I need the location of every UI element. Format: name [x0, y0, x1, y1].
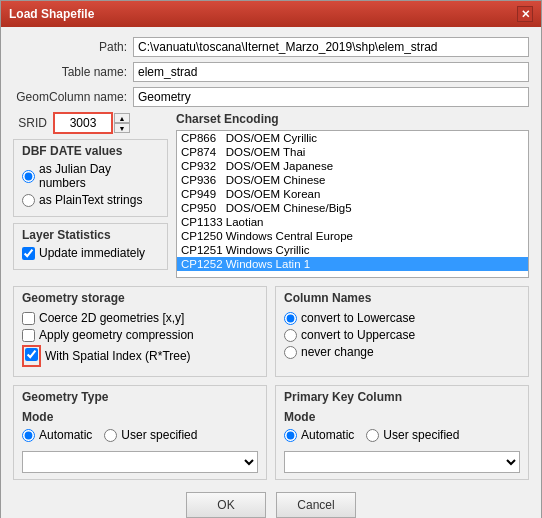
spatial-index-row[interactable]: With Spatial Index (R*Tree): [22, 345, 258, 367]
dbf-plaintext-radio[interactable]: [22, 194, 35, 207]
path-input[interactable]: [133, 37, 529, 57]
dbf-option2-label: as PlainText strings: [39, 193, 142, 207]
dbf-option1-label: as Julian Day numbers: [39, 162, 159, 190]
charset-item-cp950[interactable]: CP950 DOS/OEM Chinese/Big5: [177, 201, 528, 215]
coerce-checkbox[interactable]: [22, 312, 35, 325]
srid-spinner: ▲ ▼: [114, 113, 130, 133]
geomtype-auto-radio[interactable]: [22, 429, 35, 442]
geometry-type-group: Geometry Type Mode Automatic User specif…: [13, 385, 267, 480]
srid-up-button[interactable]: ▲: [114, 113, 130, 123]
srid-box: ▲ ▼: [53, 112, 130, 134]
table-name-row: Table name:: [13, 62, 529, 82]
pk-auto-radio[interactable]: [284, 429, 297, 442]
column-names-title: Column Names: [284, 291, 520, 305]
mode-section: Geometry Type Mode Automatic User specif…: [13, 385, 529, 480]
col-lowercase-radio[interactable]: [284, 312, 297, 325]
geomtype-auto-row[interactable]: Automatic: [22, 428, 92, 442]
dbf-group: DBF DATE values as Julian Day numbers as…: [13, 139, 168, 217]
dbf-title: DBF DATE values: [22, 144, 159, 158]
layer-stats-title: Layer Statistics: [22, 228, 159, 242]
lower-section: Geometry storage Coerce 2D geometries [x…: [13, 286, 529, 377]
ok-button[interactable]: OK: [186, 492, 266, 518]
col-uppercase-label: convert to Uppercase: [301, 328, 415, 342]
pk-user-radio[interactable]: [366, 429, 379, 442]
charset-item-cp1252[interactable]: CP1252 Windows Latin 1: [177, 257, 528, 271]
update-immediately-row[interactable]: Update immediately: [22, 246, 159, 260]
primary-key-dropdown[interactable]: [284, 451, 520, 473]
col-uppercase-row[interactable]: convert to Uppercase: [284, 328, 520, 342]
bottom-buttons: OK Cancel: [13, 488, 529, 518]
coerce-label: Coerce 2D geometries [x,y]: [39, 311, 184, 325]
col-never-label: never change: [301, 345, 374, 359]
geometry-group: Geometry storage Coerce 2D geometries [x…: [13, 286, 267, 377]
col-lowercase-row[interactable]: convert to Lowercase: [284, 311, 520, 325]
charset-panel: Charset Encoding CP866 DOS/OEM Cyrillic …: [176, 112, 529, 278]
charset-item-cp1133[interactable]: CP1133 Laotian: [177, 215, 528, 229]
pk-user-row[interactable]: User specified: [366, 428, 459, 442]
charset-item-cp874[interactable]: CP874 DOS/OEM Thai: [177, 145, 528, 159]
col-uppercase-radio[interactable]: [284, 329, 297, 342]
charset-item-cp866[interactable]: CP866 DOS/OEM Cyrillic: [177, 131, 528, 145]
dbf-option2-row[interactable]: as PlainText strings: [22, 193, 159, 207]
coerce-row[interactable]: Coerce 2D geometries [x,y]: [22, 311, 258, 325]
geomtype-user-row[interactable]: User specified: [104, 428, 197, 442]
titlebar: Load Shapefile ✕: [1, 1, 541, 27]
compress-row[interactable]: Apply geometry compression: [22, 328, 258, 342]
spatial-index-checkbox[interactable]: [25, 348, 38, 361]
col-never-row[interactable]: never change: [284, 345, 520, 359]
col-lowercase-label: convert to Lowercase: [301, 311, 415, 325]
geomtype-user-radio[interactable]: [104, 429, 117, 442]
table-label: Table name:: [13, 65, 133, 79]
table-name-input[interactable]: [133, 62, 529, 82]
pk-auto-row[interactable]: Automatic: [284, 428, 354, 442]
charset-item-cp932[interactable]: CP932 DOS/OEM Japanese: [177, 159, 528, 173]
update-immediately-label: Update immediately: [39, 246, 145, 260]
primary-key-title: Primary Key Column: [284, 390, 520, 404]
dbf-julian-radio[interactable]: [22, 170, 35, 183]
charset-list[interactable]: CP866 DOS/OEM Cyrillic CP874 DOS/OEM Tha…: [176, 130, 529, 278]
charset-item-cp1250[interactable]: CP1250 Windows Central Europe: [177, 229, 528, 243]
geomcol-row: GeomColumn name:: [13, 87, 529, 107]
load-shapefile-window: Load Shapefile ✕ Path: Table name: GeomC…: [0, 0, 542, 518]
primary-key-mode-label: Mode: [284, 410, 520, 424]
primary-key-radios: Automatic User specified: [284, 428, 520, 445]
geomtype-user-label: User specified: [121, 428, 197, 442]
geomcol-input[interactable]: [133, 87, 529, 107]
srid-down-button[interactable]: ▼: [114, 123, 130, 133]
spatial-index-highlight: [22, 345, 41, 367]
pk-user-label: User specified: [383, 428, 459, 442]
charset-item-cp1251[interactable]: CP1251 Windows Cyrillic: [177, 243, 528, 257]
geometry-type-title: Geometry Type: [22, 390, 258, 404]
path-row: Path:: [13, 37, 529, 57]
primary-key-group: Primary Key Column Mode Automatic User s…: [275, 385, 529, 480]
spatial-label: With Spatial Index (R*Tree): [45, 349, 191, 363]
srid-label: SRID: [13, 116, 53, 130]
update-immediately-checkbox[interactable]: [22, 247, 35, 260]
charset-item-cp936[interactable]: CP936 DOS/OEM Chinese: [177, 173, 528, 187]
cancel-button[interactable]: Cancel: [276, 492, 356, 518]
col-never-radio[interactable]: [284, 346, 297, 359]
srid-input[interactable]: [53, 112, 113, 134]
srid-row: SRID ▲ ▼: [13, 112, 168, 134]
pk-auto-label: Automatic: [301, 428, 354, 442]
window-title: Load Shapefile: [9, 7, 94, 21]
charset-title: Charset Encoding: [176, 112, 529, 126]
path-label: Path:: [13, 40, 133, 54]
geometry-title: Geometry storage: [22, 291, 258, 305]
dbf-option1-row[interactable]: as Julian Day numbers: [22, 162, 159, 190]
compress-label: Apply geometry compression: [39, 328, 194, 342]
close-button[interactable]: ✕: [517, 6, 533, 22]
compress-checkbox[interactable]: [22, 329, 35, 342]
geometry-type-radios: Automatic User specified: [22, 428, 258, 445]
geometry-type-mode-label: Mode: [22, 410, 258, 424]
charset-item-cp949[interactable]: CP949 DOS/OEM Korean: [177, 187, 528, 201]
layer-stats-group: Layer Statistics Update immediately: [13, 223, 168, 270]
geometry-type-dropdown[interactable]: [22, 451, 258, 473]
geomtype-auto-label: Automatic: [39, 428, 92, 442]
column-names-group: Column Names convert to Lowercase conver…: [275, 286, 529, 377]
geomcol-label: GeomColumn name:: [13, 90, 133, 104]
